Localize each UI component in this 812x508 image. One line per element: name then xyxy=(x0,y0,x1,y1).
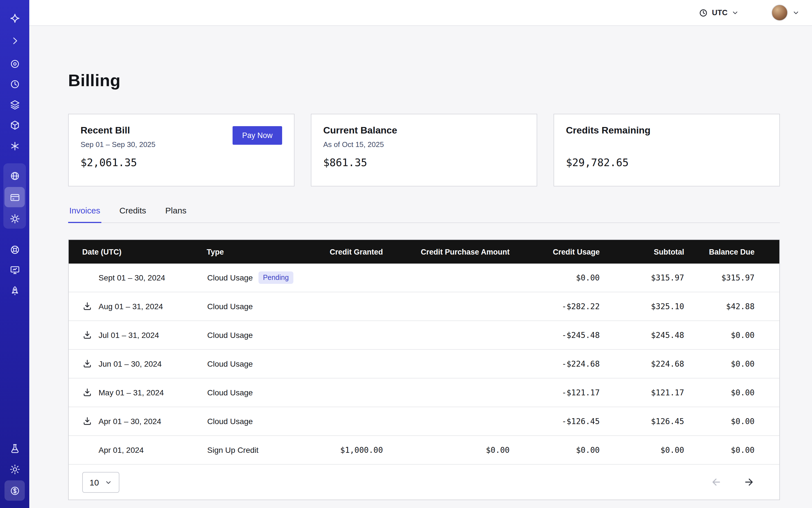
sidebar-item-schedules[interactable] xyxy=(4,74,25,94)
sidebar-expand-button[interactable] xyxy=(4,31,25,51)
user-menu[interactable] xyxy=(771,4,800,21)
sidebar-item-stack[interactable] xyxy=(4,94,25,114)
subtotal-value: $0.00 xyxy=(606,436,691,464)
sidebar-item-support[interactable] xyxy=(4,239,25,260)
chevron-down-icon xyxy=(731,9,739,16)
pagination-controls xyxy=(711,476,755,488)
credit-purchase-value xyxy=(390,349,516,378)
balance-due-value: $0.00 xyxy=(691,321,779,349)
sidebar-item-nexus[interactable] xyxy=(4,136,25,156)
credit-usage-value: $0.00 xyxy=(516,436,606,464)
column-header-credit-granted: Credit Granted xyxy=(322,240,390,263)
credit-granted-value xyxy=(322,378,390,407)
sidebar-item-labs[interactable] xyxy=(4,438,25,458)
page-size-select[interactable]: 10 xyxy=(82,472,119,493)
column-header-credit-purchase-amount: Credit Purchase Amount xyxy=(390,240,516,263)
lifebuoy-icon xyxy=(9,244,20,255)
subtotal-value: $126.45 xyxy=(606,407,691,436)
dollar-circle-icon xyxy=(9,485,20,496)
sidebar-item-deployments[interactable] xyxy=(4,115,25,135)
balance-due-value: $42.88 xyxy=(691,292,779,321)
next-page-button[interactable] xyxy=(743,476,755,488)
previous-page-button[interactable] xyxy=(711,476,722,488)
subtotal-value: $224.68 xyxy=(606,349,691,378)
download-invoice-button[interactable] xyxy=(82,358,93,370)
invoice-period: Apr 01 – 30, 2024 xyxy=(98,417,161,426)
credit-purchase-value: $0.00 xyxy=(390,436,516,464)
invoices-table: Date (UTC) Type Credit Granted Credit Pu… xyxy=(68,239,780,500)
credit-granted-value xyxy=(322,407,390,436)
table-row: Jun 01 – 30, 2024 Cloud Usage -$224.68 $… xyxy=(69,349,779,378)
recent-bill-amount: $2,061.35 xyxy=(81,157,282,168)
invoice-type: Cloud Usage xyxy=(207,302,253,311)
subtotal-value: $121.17 xyxy=(606,378,691,407)
sun-icon xyxy=(9,464,20,474)
invoice-type: Sign Up Credit xyxy=(207,446,258,455)
invoice-period: Jul 01 – 31, 2024 xyxy=(98,331,159,340)
user-avatar xyxy=(771,4,788,21)
current-balance-amount: $861.35 xyxy=(323,157,525,168)
invoice-period: May 01 – 31, 2024 xyxy=(98,388,164,397)
credit-purchase-value xyxy=(390,407,516,436)
download-invoice-button[interactable] xyxy=(82,330,93,341)
credit-usage-value: $0.00 xyxy=(516,263,606,292)
download-invoice-button[interactable] xyxy=(82,387,93,398)
sidebar-item-settings[interactable] xyxy=(4,208,25,229)
invoice-type: Cloud Usage xyxy=(207,388,253,397)
table-row: May 01 – 31, 2024 Cloud Usage -$121.17 $… xyxy=(69,378,779,407)
sidebar-item-theme-toggle[interactable] xyxy=(4,459,25,479)
credit-card-icon xyxy=(9,192,20,203)
table-footer: 10 xyxy=(69,464,779,500)
download-icon xyxy=(82,359,92,369)
balance-due-value: $0.00 xyxy=(691,436,779,464)
sidebar-item-docs[interactable] xyxy=(4,260,25,280)
sidebar-item-usage[interactable] xyxy=(4,166,25,186)
gear-icon xyxy=(9,213,20,224)
flask-icon xyxy=(9,443,20,454)
clock-icon xyxy=(9,79,20,89)
download-icon xyxy=(82,301,92,311)
invoice-period: Aug 01 – 31, 2024 xyxy=(98,302,163,311)
download-icon xyxy=(82,387,92,397)
arrow-right-icon xyxy=(743,476,755,488)
credits-remaining-amount: $29,782.65 xyxy=(566,157,768,168)
credit-granted-value: $1,000.00 xyxy=(322,436,390,464)
pay-now-button[interactable]: Pay Now xyxy=(232,126,282,145)
balance-due-value: $0.00 xyxy=(691,407,779,436)
credit-granted-value xyxy=(322,292,390,321)
sidebar-item-logo[interactable] xyxy=(4,8,25,28)
download-icon xyxy=(82,330,92,340)
credit-purchase-value xyxy=(390,292,516,321)
credit-usage-value: -$126.45 xyxy=(516,407,606,436)
invoice-period: Jun 01 – 30, 2024 xyxy=(98,359,162,368)
download-invoice-button[interactable] xyxy=(82,301,93,312)
current-balance-card: Current Balance As of Oct 15, 2025 $861.… xyxy=(311,114,537,186)
column-header-subtotal: Subtotal xyxy=(606,240,691,263)
column-header-date: Date (UTC) xyxy=(69,240,207,263)
tab-credits[interactable]: Credits xyxy=(118,206,147,222)
subtotal-value: $315.97 xyxy=(606,263,691,292)
sidebar-item-namespaces[interactable] xyxy=(4,53,25,74)
invoice-type: Cloud Usage xyxy=(207,273,253,282)
globe-icon xyxy=(9,170,20,181)
tab-invoices[interactable]: Invoices xyxy=(68,206,101,222)
column-header-credit-usage: Credit Usage xyxy=(516,240,606,263)
page-size-value: 10 xyxy=(90,477,99,487)
sidebar-item-getting-started[interactable] xyxy=(4,281,25,301)
credit-usage-value: -$224.68 xyxy=(516,349,606,378)
page-title: Billing xyxy=(68,69,780,92)
table-row: Aug 01 – 31, 2024 Cloud Usage -$282.22 $… xyxy=(69,292,779,321)
subtotal-value: $325.10 xyxy=(606,292,691,321)
sidebar-item-billing[interactable] xyxy=(4,187,25,207)
arrow-left-icon xyxy=(711,476,722,488)
download-invoice-button[interactable] xyxy=(82,416,93,427)
asterisk-icon xyxy=(9,140,20,151)
invoice-type: Cloud Usage xyxy=(207,331,253,340)
pending-badge: Pending xyxy=(258,271,293,284)
current-balance-title: Current Balance xyxy=(323,125,525,136)
column-header-balance-due: Balance Due xyxy=(691,240,779,263)
timezone-selector[interactable]: UTC xyxy=(696,8,742,18)
tab-plans[interactable]: Plans xyxy=(164,206,187,222)
sidebar-item-pricing[interactable] xyxy=(4,480,25,501)
credits-remaining-title: Credits Remaining xyxy=(566,125,768,136)
